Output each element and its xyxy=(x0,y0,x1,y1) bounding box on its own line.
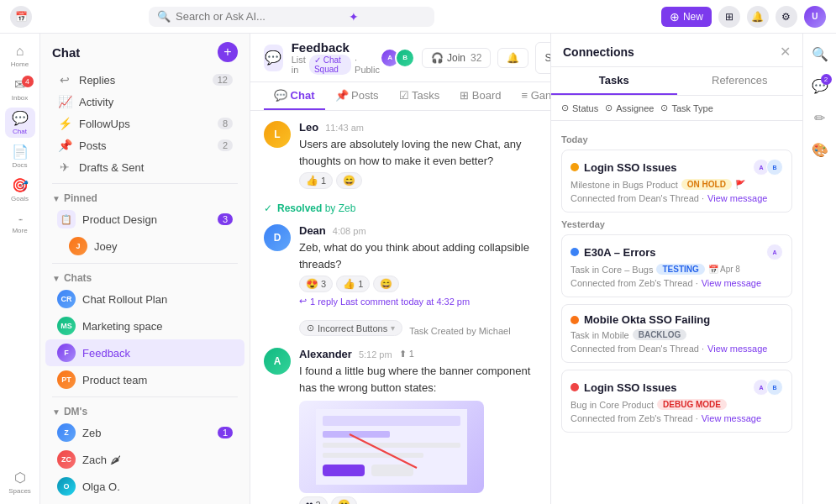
sidebar-item-alexander[interactable]: A Alexander xyxy=(45,500,244,504)
messages-area: L Leo 11:43 am Users are absolutely lovi… xyxy=(250,111,550,504)
share-button[interactable]: Share · 2 xyxy=(535,42,550,74)
connections-close-button[interactable]: ✕ xyxy=(780,44,791,60)
dms-label: DM's xyxy=(64,406,87,417)
conn-dot-yellow xyxy=(570,163,579,171)
preview-inner xyxy=(299,401,484,493)
chats-section-header[interactable]: ▼ Chats xyxy=(40,267,250,286)
conn-item-login-sso-today[interactable]: Login SSO Issues A B Milestone in Bugs P… xyxy=(561,150,792,213)
sidebar-item-goals[interactable]: 🎯 Goals xyxy=(5,175,35,205)
calendar-icon[interactable]: 📅 xyxy=(10,6,32,28)
conn-item-mobile-okta[interactable]: Mobile Okta SSO Failing Task in Mobile B… xyxy=(561,304,792,363)
pinned-section-header[interactable]: ▼ Pinned xyxy=(40,187,250,206)
view-message-link-4[interactable]: View message xyxy=(702,413,761,423)
joey-avatar: J xyxy=(69,237,87,255)
sidebar-item-olga[interactable]: O Olga O. xyxy=(45,473,244,500)
conn-item-e30a[interactable]: E30A – Errors A Task in Core – Bugs TEST… xyxy=(561,234,792,297)
sidebar-add-button[interactable]: + xyxy=(218,42,238,62)
conn-tab-tasks[interactable]: Tasks xyxy=(551,67,677,95)
reaction-heart[interactable]: 😍3 xyxy=(299,276,333,292)
sidebar-item-zeb[interactable]: Z Zeb 1 xyxy=(45,419,244,446)
search-bar[interactable]: 🔍 ✦ xyxy=(149,7,434,27)
member-avatars: A B xyxy=(380,48,415,68)
message-alexander: A Alexander 5:12 pm ⬆ 1 I found a little… xyxy=(264,348,537,504)
view-message-link-2[interactable]: View message xyxy=(702,278,761,288)
sidebar-item-inbox[interactable]: ✉ Inbox 4 xyxy=(5,74,35,104)
message-leo: L Leo 11:43 am Users are absolutely lovi… xyxy=(264,121,537,189)
right-edit-icon[interactable]: ✏ xyxy=(807,104,833,131)
conn-item-4-meta: Bug in Core Product DEBUG MODE xyxy=(570,399,783,410)
sidebar-item-home[interactable]: ⌂ Home xyxy=(5,40,35,71)
conn-item-1-header: Login SSO Issues A B xyxy=(570,159,783,176)
tab-posts[interactable]: 📌 Posts xyxy=(325,82,389,110)
new-button[interactable]: ⊕ New xyxy=(661,7,712,27)
chat-header: 💬 Feedback List in ✓ Chat Squad · Public… xyxy=(250,34,550,82)
right-palette-icon[interactable]: 🎨 xyxy=(807,136,833,163)
sidebar-item-zach[interactable]: ZC Zach 🌶 xyxy=(45,446,244,473)
sidebar-item-chat-rollout[interactable]: CR Chat Rollout Plan xyxy=(45,286,244,312)
conn-item-login-sso-yesterday[interactable]: Login SSO Issues A B Bug in Core Product… xyxy=(561,370,792,433)
tab-gantt[interactable]: ≡ Gantt xyxy=(512,82,550,110)
user-avatar[interactable]: U xyxy=(804,6,826,28)
filter-task-type[interactable]: ⊙ Task Type xyxy=(660,102,712,113)
incorrect-buttons-tag[interactable]: ⊙ Incorrect Buttons ▾ xyxy=(299,320,402,336)
sidebar-item-product-design[interactable]: 📋 Product Design 3 xyxy=(45,206,244,233)
sidebar-item-more[interactable]: ··· More xyxy=(5,208,35,239)
tab-chat[interactable]: 💬 Chat xyxy=(264,82,325,110)
followups-icon: ⚡ xyxy=(57,117,72,130)
channel-title: Feedback xyxy=(292,40,380,55)
sidebar-item-joey[interactable]: J Joey xyxy=(45,233,244,260)
sidebar-item-chat[interactable]: 💬 Chat xyxy=(5,108,35,138)
dean-name: Dean xyxy=(299,224,326,237)
conn-item-3-meta: Task in Mobile BACKLOG xyxy=(570,329,783,340)
dms-section-header[interactable]: ▼ DM's xyxy=(40,401,250,419)
sidebar-item-product-team[interactable]: PT Product team xyxy=(45,366,244,393)
reaction-thumbsup[interactable]: 👍1 xyxy=(299,172,333,189)
conn-item-2-footer: Connected from Zeb's Thread · View messa… xyxy=(570,278,783,288)
chevron-down-icon-3: ▼ xyxy=(52,407,60,417)
bell-icon-2: 🔔 xyxy=(507,52,519,64)
tab-board[interactable]: ⊞ Board xyxy=(450,82,511,110)
plus-circle-icon: ⊕ xyxy=(670,10,680,24)
view-message-link-3[interactable]: View message xyxy=(707,344,767,354)
filter-assignee[interactable]: ⊙ Assignee xyxy=(605,102,654,113)
tab-tasks[interactable]: ☑ Tasks xyxy=(389,82,450,110)
sidebar-item-spaces[interactable]: ⬡ Spaces xyxy=(5,467,35,497)
chat-rollout-avatar: CR xyxy=(57,290,76,308)
sidebar-item-replies[interactable]: ↩ Replies 12 xyxy=(45,69,244,91)
view-message-link-1[interactable]: View message xyxy=(707,193,767,203)
filter-status[interactable]: ⊙ Status xyxy=(561,102,598,113)
search-input[interactable] xyxy=(176,10,344,23)
grid-icon[interactable]: ⊞ xyxy=(718,6,740,28)
right-chat-icon[interactable]: 💬 2 xyxy=(807,72,833,99)
bell-icon[interactable]: 🔔 xyxy=(747,6,769,28)
dean-replies[interactable]: ↩1 reply Last comment today at 4:32 pm xyxy=(299,296,537,307)
status-dot: ⊙ xyxy=(561,102,569,113)
notification-button[interactable]: 🔔 xyxy=(497,48,528,68)
reaction-dots[interactable]: ••2 xyxy=(299,496,328,504)
reaction-smile[interactable]: 😄 xyxy=(336,172,362,189)
home-icon: ⌂ xyxy=(16,44,24,59)
reaction-thumbsup2[interactable]: 👍1 xyxy=(336,276,370,292)
conn-dot-blue xyxy=(570,248,579,256)
reaction-smile3[interactable]: 😄 xyxy=(331,496,357,504)
conn-tab-references[interactable]: References xyxy=(677,67,803,95)
sidebar-item-posts[interactable]: 📌 Posts 2 xyxy=(45,134,244,156)
sidebar-section-main: ↩ Replies 12 📈 Activity ⚡ FollowUps 8 📌 … xyxy=(40,67,250,180)
right-search-icon[interactable]: 🔍 xyxy=(807,40,833,67)
headphones-icon: 🎧 xyxy=(431,52,444,64)
sidebar-item-docs[interactable]: 📄 Docs xyxy=(5,141,35,171)
reaction-smile2[interactable]: 😄 xyxy=(373,276,399,292)
alexander-msg-avatar: A xyxy=(264,348,291,375)
conn-item-2-avatars: A xyxy=(766,244,783,260)
sidebar-item-drafts[interactable]: ✈ Drafts & Sent xyxy=(45,156,244,178)
sidebar-item-feedback[interactable]: F Feedback xyxy=(45,339,244,366)
svg-rect-2 xyxy=(323,431,390,438)
join-button[interactable]: 🎧 Join 32 xyxy=(422,48,491,68)
sidebar-item-activity[interactable]: 📈 Activity xyxy=(45,91,244,113)
settings-icon[interactable]: ⚙ xyxy=(776,6,797,28)
screenshot-preview xyxy=(299,401,484,493)
sidebar-item-marketing[interactable]: MS Marketing space xyxy=(45,312,244,339)
status-on-hold: ON HOLD xyxy=(681,179,732,190)
sidebar-item-followups[interactable]: ⚡ FollowUps 8 xyxy=(45,113,244,134)
product-team-avatar: PT xyxy=(57,370,76,389)
